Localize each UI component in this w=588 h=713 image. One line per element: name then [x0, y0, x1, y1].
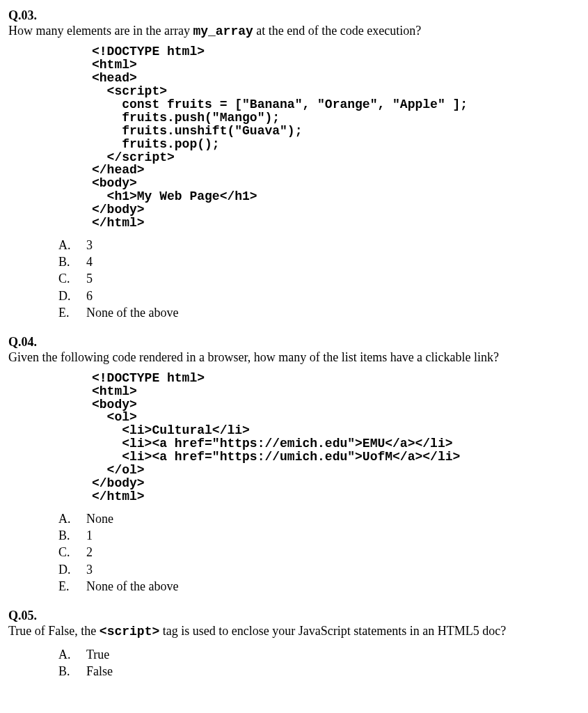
option-row: E. None of the above: [58, 578, 580, 595]
option-row: B. 1: [58, 527, 580, 544]
q05-header: Q.05.: [8, 609, 580, 623]
option-text: 5: [86, 270, 93, 287]
option-row: B. False: [58, 663, 580, 680]
q03-code-block: <!DOCTYPE html> <html> <head> <script> c…: [92, 45, 580, 229]
option-text: False: [86, 663, 113, 680]
q03-prompt-pre: How many elements are in the array: [8, 24, 193, 38]
option-letter: D.: [58, 288, 86, 304]
q05-prompt: True of False, the <script> tag is used …: [8, 623, 580, 640]
option-letter: A.: [58, 237, 86, 253]
option-letter: C.: [58, 544, 86, 561]
option-row: B. 4: [58, 253, 580, 270]
option-text: True: [86, 646, 109, 663]
option-text: 4: [86, 253, 93, 270]
q04-header: Q.04.: [8, 335, 580, 350]
question-04: Q.04. Given the following code rendered …: [8, 335, 580, 595]
option-letter: A.: [58, 646, 86, 663]
option-letter: B.: [58, 663, 86, 680]
q03-prompt-code: my_array: [193, 24, 253, 38]
q05-options: A. True B. False: [58, 646, 580, 680]
option-text: None of the above: [86, 304, 178, 321]
option-text: 2: [86, 544, 93, 561]
option-text: None: [86, 510, 113, 527]
option-row: D. 6: [58, 288, 580, 304]
option-letter: A.: [58, 510, 86, 527]
option-text: 3: [86, 561, 93, 578]
option-text: 6: [86, 288, 93, 304]
q05-prompt-code: <script>: [100, 625, 159, 638]
option-letter: C.: [58, 270, 86, 287]
option-row: C. 5: [58, 270, 580, 287]
q04-options: A. None B. 1 C. 2 D. 3 E. None of the ab…: [58, 510, 580, 595]
option-row: C. 2: [58, 544, 580, 561]
option-text: 3: [86, 237, 93, 253]
q03-prompt: How many elements are in the array my_ar…: [8, 23, 580, 40]
option-row: D. 3: [58, 561, 580, 578]
q03-header: Q.03.: [8, 8, 580, 23]
option-letter: B.: [58, 253, 86, 270]
question-03: Q.03. How many elements are in the array…: [8, 8, 580, 321]
option-letter: E.: [58, 578, 86, 595]
option-row: A. None: [58, 510, 580, 527]
option-letter: D.: [58, 561, 86, 578]
q03-prompt-post: at the end of the code execution?: [253, 24, 421, 38]
q04-code-block: <!DOCTYPE html> <html> <body> <ol> <li>C…: [92, 372, 580, 503]
question-05: Q.05. True of False, the <script> tag is…: [8, 609, 580, 680]
option-row: A. 3: [58, 237, 580, 253]
option-row: A. True: [58, 646, 580, 663]
option-letter: E.: [58, 304, 86, 321]
option-text: 1: [86, 527, 93, 544]
option-text: None of the above: [86, 578, 178, 595]
option-row: E. None of the above: [58, 304, 580, 321]
option-letter: B.: [58, 527, 86, 544]
q04-prompt: Given the following code rendered in a b…: [8, 350, 580, 366]
q05-prompt-pre: True of False, the: [8, 624, 100, 638]
q03-options: A. 3 B. 4 C. 5 D. 6 E. None of the above: [58, 237, 580, 321]
q05-prompt-post: tag is used to enclose your JavaScript s…: [159, 624, 506, 638]
